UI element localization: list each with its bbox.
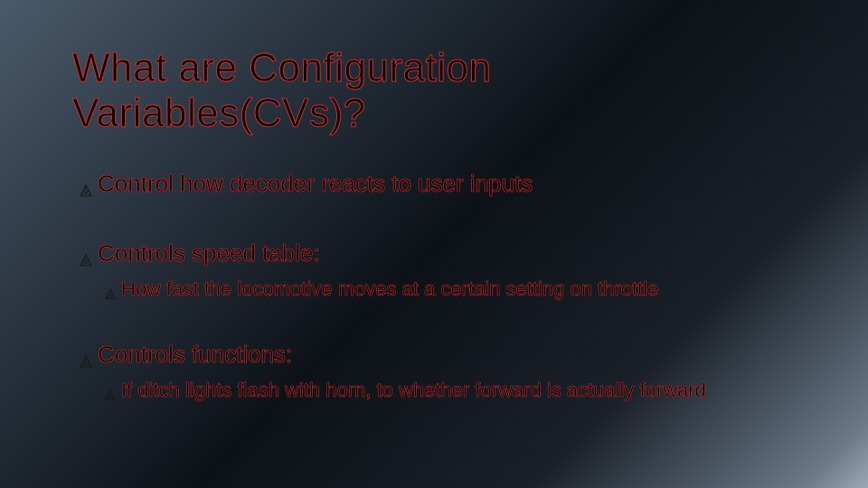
bullet-level1: Controls functions: bbox=[80, 341, 796, 374]
triangle-bullet-icon bbox=[80, 245, 92, 273]
bullet-text: Control how decoder reacts to user input… bbox=[98, 170, 533, 198]
bullet-text: Controls speed table: bbox=[98, 239, 320, 267]
slide-title: What are Configuration Variables(CVs)? bbox=[72, 45, 796, 136]
triangle-bullet-icon bbox=[105, 281, 116, 305]
bullet-level2: How fast the locomotive moves at a certa… bbox=[105, 277, 796, 305]
bullet-level1: Controls speed table: bbox=[80, 239, 796, 273]
bullet-text: If ditch lights flash with horn, to whet… bbox=[121, 378, 706, 403]
triangle-bullet-icon bbox=[80, 346, 92, 374]
bullet-text: How fast the locomotive moves at a certa… bbox=[121, 277, 658, 302]
bullet-level1: Control how decoder reacts to user input… bbox=[80, 170, 796, 203]
triangle-bullet-icon bbox=[105, 382, 116, 406]
bullet-level2: If ditch lights flash with horn, to whet… bbox=[105, 378, 796, 406]
triangle-bullet-icon bbox=[80, 175, 92, 203]
bullet-text: Controls functions: bbox=[98, 341, 292, 369]
slide: What are Configuration Variables(CVs)? C… bbox=[0, 0, 868, 478]
